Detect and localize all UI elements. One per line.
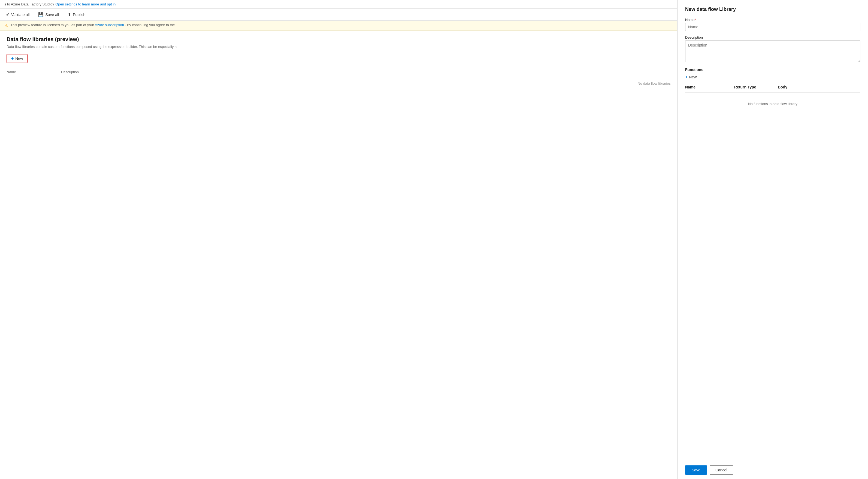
- description-textarea[interactable]: [685, 40, 860, 62]
- col-desc-header: Description: [61, 70, 671, 74]
- fn-col-body-header: Body: [778, 85, 860, 89]
- validate-label: Validate all: [11, 12, 29, 17]
- publish-icon: ⬆: [68, 12, 71, 17]
- fn-col-type-header: Return Type: [734, 85, 778, 89]
- functions-section: Functions + New Name Return Type Body No…: [685, 68, 860, 114]
- new-function-button[interactable]: + New: [685, 74, 696, 80]
- fn-plus-icon: +: [685, 75, 688, 79]
- azure-subscription-link[interactable]: Azure subscription: [95, 23, 124, 27]
- name-label: Name*: [685, 18, 860, 22]
- name-input[interactable]: [685, 23, 860, 31]
- fn-table-divider: [685, 92, 860, 93]
- fn-new-label: New: [689, 75, 696, 79]
- dialog-footer: Save Cancel: [678, 461, 868, 479]
- required-indicator: *: [695, 18, 696, 22]
- new-dataflow-dialog: New data flow Library Name* Description …: [677, 0, 868, 479]
- dialog-title: New data flow Library: [685, 6, 860, 12]
- warning-bar: ⚠ This preview feature is licensed to yo…: [0, 21, 677, 31]
- fn-no-data-message: No functions in data flow library: [685, 94, 860, 114]
- save-label: Save all: [45, 12, 59, 17]
- table-header: Name Description: [6, 68, 671, 76]
- validate-all-button[interactable]: ✔ Validate all: [4, 11, 31, 18]
- publish-label: Publish: [73, 12, 85, 17]
- banner-text: s to Azure Data Factory Studio?: [4, 2, 55, 6]
- left-panel: s to Azure Data Factory Studio? Open set…: [0, 0, 677, 479]
- description-field-group: Description: [685, 35, 860, 63]
- save-button[interactable]: Save: [685, 466, 707, 475]
- page-description: Data flow libraries contain custom funct…: [6, 45, 197, 49]
- toolbar: ✔ Validate all 💾 Save all ⬆ Publish: [0, 9, 677, 21]
- new-button-label: New: [15, 56, 23, 61]
- publish-button[interactable]: ⬆ Publish: [66, 11, 87, 18]
- col-name-header: Name: [6, 70, 61, 74]
- fn-col-name-header: Name: [685, 85, 734, 89]
- dialog-content: New data flow Library Name* Description …: [678, 0, 868, 461]
- warning-icon: ⚠: [4, 23, 8, 28]
- plus-icon: +: [11, 56, 13, 61]
- new-library-button[interactable]: + New: [6, 54, 28, 63]
- content-area: Data flow libraries (preview) Data flow …: [0, 31, 677, 479]
- description-label: Description: [685, 35, 860, 39]
- functions-label: Functions: [685, 68, 860, 72]
- warning-text: This preview feature is licensed to you …: [10, 23, 175, 27]
- save-icon: 💾: [38, 12, 43, 17]
- save-all-button[interactable]: 💾 Save all: [36, 11, 61, 18]
- banner-link[interactable]: Open settings to learn more and opt in: [55, 2, 116, 6]
- page-title: Data flow libraries (preview): [6, 36, 671, 42]
- top-banner: s to Azure Data Factory Studio? Open set…: [0, 0, 677, 9]
- validate-icon: ✔: [6, 12, 9, 17]
- cancel-button[interactable]: Cancel: [710, 466, 733, 475]
- functions-table-header: Name Return Type Body: [685, 83, 860, 91]
- name-field-group: Name*: [685, 18, 860, 31]
- no-data-message: No data flow libraries: [6, 76, 671, 91]
